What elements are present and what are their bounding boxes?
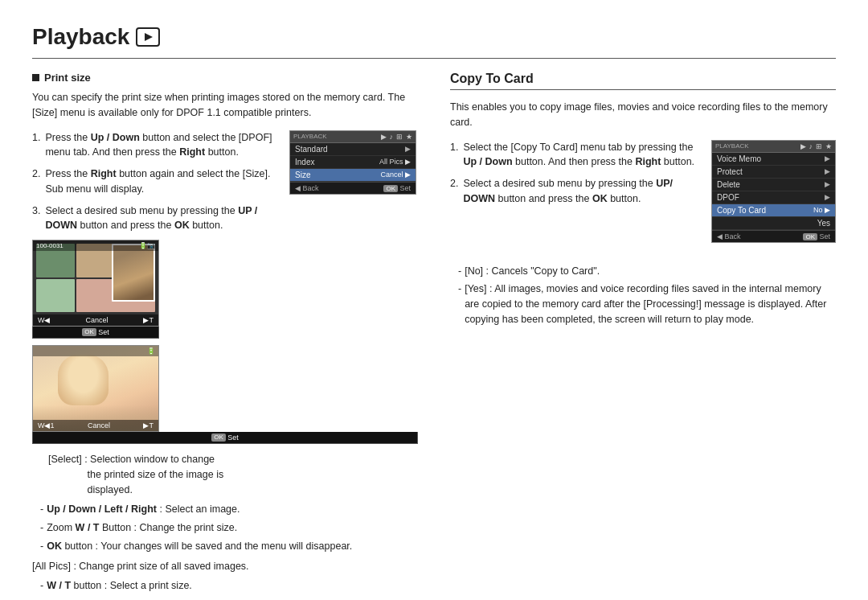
right-step-2: 2. Select a desired sub menu by pressing… <box>450 176 703 207</box>
menu2-row-protect: Protect▶ <box>712 166 835 179</box>
print-size-label: Print size <box>44 72 91 84</box>
right-step-content-2: Select a desired sub menu by pressing th… <box>463 176 703 207</box>
select-section: [Select] : Selection window to change th… <box>32 452 418 554</box>
menu-image-2: PLAYBACK ▶♪⊞★ Voice Memo▶ Protect▶ <box>711 140 836 249</box>
sub-item-updown: Up / Down / Left / Right : Select an ima… <box>32 502 418 517</box>
step-num-1: 1. <box>32 130 40 161</box>
step-num-2: 2. <box>32 166 40 197</box>
step-content-1: Press the Up / Down button and select th… <box>45 130 281 161</box>
copy-intro-text: This enables you to copy image files, mo… <box>450 100 836 130</box>
right-step-num-1: 1. <box>450 140 458 171</box>
menu-footer: ◀ Back OK Set <box>290 182 416 194</box>
right-sub-list: [No] : Cancels "Copy to Card". [Yes] : A… <box>450 264 836 327</box>
print-size-header: Print size <box>32 72 418 84</box>
title-divider <box>32 58 836 59</box>
menu2-footer: ◀ Back OK Set <box>712 230 835 242</box>
sub-item-zoom: Zoom W / T Button : Change the print siz… <box>32 520 418 536</box>
all-pics-label: [All Pics] : Change print size of all sa… <box>32 559 418 574</box>
menu2-header: PLAYBACK ▶♪⊞★ <box>712 141 835 153</box>
menu2-icons: ▶♪⊞★ <box>800 142 833 150</box>
step-3: 3. Select a desired sub menu by pressing… <box>32 203 281 234</box>
step1-container: PLAYBACK ▶♪⊞★ Standard▶ IndexAll Pics ▶ <box>32 130 418 240</box>
menu2-row-delete: Delete▶ <box>712 179 835 191</box>
menu-row-standard: Standard▶ <box>290 143 416 156</box>
photo-overlay-1: W◀Cancel▶T <box>33 314 158 326</box>
menu-icons: ▶♪⊞★ <box>381 133 413 141</box>
step-1: 1. Press the Up / Down button and select… <box>32 130 281 161</box>
photo-section-2: 🔋 W◀1Cancel▶T OK Set <box>32 345 418 444</box>
menu2-row-yes: Yes <box>712 217 835 230</box>
all-pics-sub: W / T button : Select a print size. OK b… <box>32 578 418 600</box>
ok-button-confirm: OK button : Confirm the changed setting. <box>32 597 418 600</box>
svg-marker-0 <box>145 33 153 41</box>
intro-text: You can specify the print size when prin… <box>32 90 418 121</box>
bullet-icon <box>32 74 39 81</box>
step-2: 2. Press the Right button again and sele… <box>32 166 281 197</box>
right-step-content-1: Select the [Copy To Card] menu tab by pr… <box>463 140 703 171</box>
photo-overlay-2: W◀1Cancel▶T <box>33 420 158 431</box>
menu-header-label: PLAYBACK <box>293 133 327 141</box>
menu2-row-copytocard: Copy To CardNo ▶ <box>712 204 835 217</box>
step-num-3: 3. <box>32 203 40 234</box>
menu-header: PLAYBACK ▶♪⊞★ <box>290 131 416 143</box>
photo-top-bar-2: 🔋 <box>33 346 158 356</box>
step-content-2: Press the Right button again and select … <box>45 166 281 197</box>
menu-image-1: PLAYBACK ▶♪⊞★ Standard▶ IndexAll Pics ▶ <box>289 130 418 201</box>
right-column: Copy To Card This enables you to copy im… <box>450 72 836 600</box>
page-title: Playback <box>32 24 836 50</box>
right-step-num-2: 2. <box>450 176 458 207</box>
copy-to-card-title: Copy To Card <box>450 72 836 90</box>
yes-label: [Yes] : All images, movies and voice rec… <box>450 282 836 327</box>
playback-icon <box>136 27 160 47</box>
photo-display-1: 100-0031🔋📷 W◀Cancel▶T OK Set <box>32 240 159 339</box>
menu2-row-dpof: DPOF▶ <box>712 191 835 204</box>
title-text: Playback <box>32 24 129 50</box>
yes-text: [Yes] : All images, movies and voice rec… <box>465 282 836 327</box>
sub-items-list: Up / Down / Left / Right : Select an ima… <box>32 502 418 553</box>
no-text: [No] : Cancels "Copy to Card". <box>465 264 600 279</box>
select-label: [Select] : Selection window to change th… <box>32 452 418 497</box>
wt-button: W / T button : Select a print size. <box>32 578 418 594</box>
no-label: [No] : Cancels "Copy to Card". <box>450 264 836 279</box>
menu-row-size: SizeCancel ▶ <box>290 169 416 182</box>
photo-top-bar-1: 100-0031🔋📷 <box>33 240 158 251</box>
menu-row-index: IndexAll Pics ▶ <box>290 156 416 169</box>
right-step-1: 1. Select the [Copy To Card] menu tab by… <box>450 140 703 171</box>
left-column: Print size You can specify the print siz… <box>32 72 418 600</box>
step-content-3: Select a desired sub menu by pressing th… <box>45 203 281 234</box>
right-step1-container: PLAYBACK ▶♪⊞★ Voice Memo▶ Protect▶ <box>450 140 836 257</box>
menu2-row-voicememo: Voice Memo▶ <box>712 153 835 166</box>
photo-section-1: 100-0031🔋📷 W◀Cancel▶T OK Set <box>32 240 418 339</box>
sub-item-ok: OK button : Your changes will be saved a… <box>32 539 418 554</box>
